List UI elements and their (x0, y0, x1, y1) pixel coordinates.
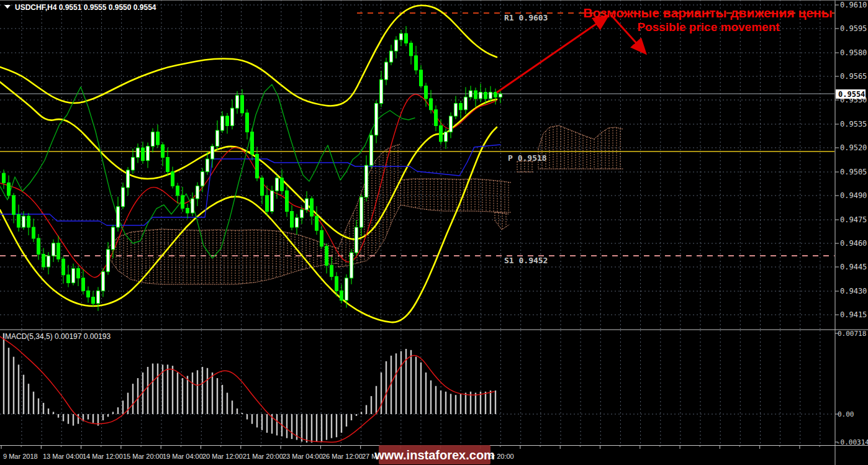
macd-axis-zero: 0.00 (838, 410, 854, 418)
svg-text:0.9475: 0.9475 (840, 215, 867, 224)
svg-text:21 Mar 20:00: 21 Mar 20:00 (243, 453, 283, 460)
svg-text:14 Mar 12:00: 14 Mar 12:00 (83, 453, 123, 460)
svg-text:19 Mar 04:00: 19 Mar 04:00 (163, 453, 203, 460)
svg-text:0.9490: 0.9490 (840, 191, 867, 200)
current-price-value: 0.9554 (838, 90, 865, 99)
chart-title: USDCHF,H4 0.9551 0.9555 0.9550 0.9554 (15, 3, 156, 12)
svg-text:23 Mar 04:00: 23 Mar 04:00 (283, 453, 323, 460)
pivot-p-label[interactable]: P 0.9518 (508, 153, 547, 163)
svg-text:9 Mar 2018: 9 Mar 2018 (3, 453, 38, 460)
svg-text:0.9595: 0.9595 (840, 24, 867, 33)
svg-text:0.9505: 0.9505 (840, 168, 867, 176)
macd-axis-top: 0.00718 (838, 330, 866, 338)
symbol-dropdown-icon[interactable] (4, 5, 11, 9)
svg-text:13 Mar 04:00: 13 Mar 04:00 (43, 453, 83, 460)
svg-text:0.9445: 0.9445 (840, 263, 867, 271)
svg-text:0.9535: 0.9535 (840, 120, 867, 129)
trading-chart-canvas[interactable]: 0.96100.95950.95800.95650.95500.95350.95… (0, 0, 868, 465)
annotation-text-ru: Возможные варианты движения цены (583, 6, 832, 20)
svg-text:0.9610: 0.9610 (840, 1, 867, 9)
watermark: www.instaforex.com (374, 445, 495, 464)
svg-text:0.9460: 0.9460 (840, 239, 867, 248)
svg-text:0.9565: 0.9565 (840, 72, 867, 81)
svg-text:0.9520: 0.9520 (840, 143, 867, 152)
macd-axis-bottom: -0.00314 (836, 438, 868, 446)
pivot-r1-label[interactable]: R1 0.9603 (504, 13, 548, 22)
macd-label: MACD(5,34,5) 0.00197 0.00193 (5, 332, 111, 341)
svg-text:20 Mar 12:00: 20 Mar 12:00 (202, 453, 243, 460)
annotation-text-en: Possible price movement (637, 20, 780, 34)
pivot-s1-label[interactable]: S1 0.9452 (504, 256, 548, 265)
svg-text:0.9580: 0.9580 (840, 48, 867, 57)
chart-layers[interactable]: 0.96100.95950.95800.95650.95500.95350.95… (0, 0, 867, 460)
svg-text:26 Mar 12:00: 26 Mar 12:00 (322, 453, 363, 460)
svg-text:15 Mar 20:00: 15 Mar 20:00 (123, 453, 163, 460)
svg-text:0.9415: 0.9415 (840, 310, 867, 319)
watermark-text: www.instaforex.com (374, 448, 495, 462)
svg-text:0.9430: 0.9430 (840, 287, 867, 296)
